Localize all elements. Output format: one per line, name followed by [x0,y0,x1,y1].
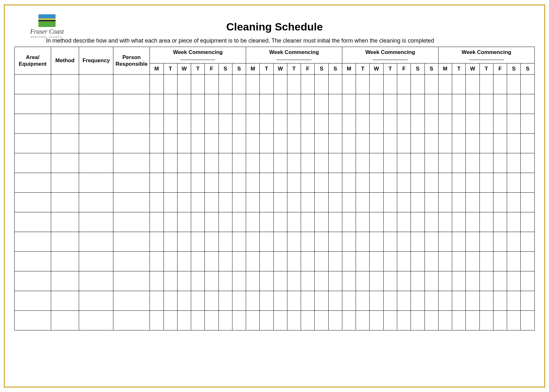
info-cell[interactable] [113,212,150,232]
day-cell[interactable] [397,271,411,291]
day-cell[interactable] [260,74,273,94]
day-cell[interactable] [177,310,191,330]
day-cell[interactable] [507,232,521,251]
day-cell[interactable] [466,310,479,330]
day-cell[interactable] [273,114,287,133]
day-cell[interactable] [425,251,438,271]
day-cell[interactable] [479,271,493,291]
day-cell[interactable] [164,192,177,212]
day-cell[interactable] [150,192,164,212]
day-cell[interactable] [425,153,438,173]
day-cell[interactable] [246,153,260,173]
day-cell[interactable] [479,114,493,133]
day-cell[interactable] [301,310,315,330]
day-cell[interactable] [287,232,301,251]
day-cell[interactable] [493,173,507,192]
day-cell[interactable] [452,94,466,114]
day-cell[interactable] [438,212,452,232]
day-cell[interactable] [521,232,535,251]
day-cell[interactable] [479,232,493,251]
day-cell[interactable] [191,271,205,291]
day-cell[interactable] [177,291,191,310]
day-cell[interactable] [425,74,438,94]
day-cell[interactable] [356,192,370,212]
day-cell[interactable] [452,212,466,232]
day-cell[interactable] [521,133,535,153]
day-cell[interactable] [150,291,164,310]
day-cell[interactable] [260,192,273,212]
day-cell[interactable] [425,212,438,232]
day-cell[interactable] [383,271,397,291]
day-cell[interactable] [521,153,535,173]
day-cell[interactable] [397,153,411,173]
day-cell[interactable] [493,153,507,173]
day-cell[interactable] [397,74,411,94]
info-cell[interactable] [113,114,150,133]
day-cell[interactable] [273,310,287,330]
day-cell[interactable] [370,232,383,251]
info-cell[interactable] [113,153,150,173]
day-cell[interactable] [177,133,191,153]
day-cell[interactable] [342,153,356,173]
day-cell[interactable] [273,74,287,94]
day-cell[interactable] [411,153,425,173]
day-cell[interactable] [479,192,493,212]
day-cell[interactable] [164,291,177,310]
day-cell[interactable] [493,310,507,330]
day-cell[interactable] [452,192,466,212]
day-cell[interactable] [164,114,177,133]
day-cell[interactable] [383,74,397,94]
day-cell[interactable] [411,192,425,212]
day-cell[interactable] [356,94,370,114]
day-cell[interactable] [301,291,315,310]
day-cell[interactable] [191,251,205,271]
day-cell[interactable] [164,310,177,330]
day-cell[interactable] [232,232,246,251]
day-cell[interactable] [205,114,218,133]
info-cell[interactable] [79,291,113,310]
day-cell[interactable] [287,192,301,212]
day-cell[interactable] [479,251,493,271]
day-cell[interactable] [356,310,370,330]
info-cell[interactable] [79,271,113,291]
day-cell[interactable] [191,192,205,212]
day-cell[interactable] [397,310,411,330]
day-cell[interactable] [521,74,535,94]
day-cell[interactable] [191,114,205,133]
day-cell[interactable] [246,173,260,192]
day-cell[interactable] [218,212,232,232]
day-cell[interactable] [328,192,342,212]
day-cell[interactable] [177,212,191,232]
info-cell[interactable] [15,153,51,173]
day-cell[interactable] [507,74,521,94]
day-cell[interactable] [370,192,383,212]
day-cell[interactable] [356,291,370,310]
day-cell[interactable] [342,310,356,330]
day-cell[interactable] [425,232,438,251]
day-cell[interactable] [218,291,232,310]
info-cell[interactable] [51,133,79,153]
day-cell[interactable] [521,271,535,291]
day-cell[interactable] [342,212,356,232]
day-cell[interactable] [479,310,493,330]
info-cell[interactable] [15,94,51,114]
day-cell[interactable] [260,271,273,291]
day-cell[interactable] [466,153,479,173]
day-cell[interactable] [150,94,164,114]
info-cell[interactable] [113,173,150,192]
info-cell[interactable] [113,271,150,291]
day-cell[interactable] [301,251,315,271]
day-cell[interactable] [466,133,479,153]
day-cell[interactable] [342,291,356,310]
day-cell[interactable] [218,232,232,251]
day-cell[interactable] [232,291,246,310]
day-cell[interactable] [452,74,466,94]
info-cell[interactable] [79,251,113,271]
day-cell[interactable] [479,153,493,173]
day-cell[interactable] [452,173,466,192]
day-cell[interactable] [383,94,397,114]
day-cell[interactable] [246,94,260,114]
day-cell[interactable] [273,291,287,310]
day-cell[interactable] [521,94,535,114]
info-cell[interactable] [79,94,113,114]
